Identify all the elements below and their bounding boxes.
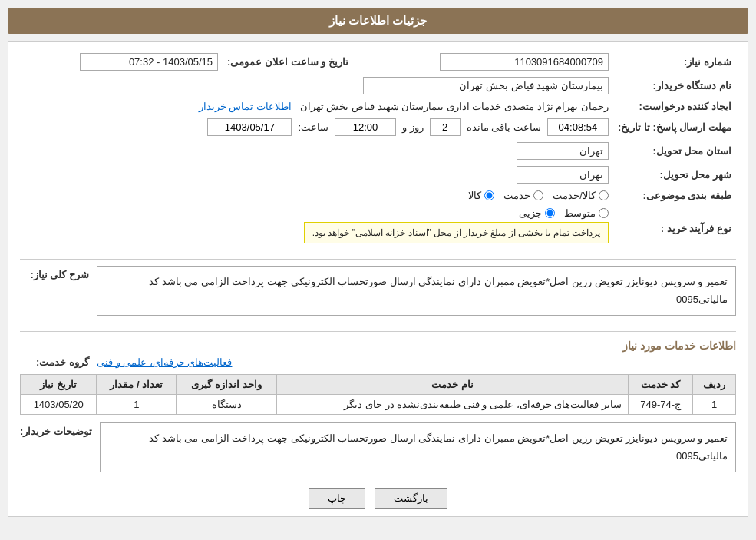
cell-row: 1 [693, 394, 736, 414]
need-number-value: 1103091684000709 [368, 50, 613, 74]
need-number-label: شماره نیاز: [613, 50, 736, 74]
service-group-label: گروه خدمت: [20, 356, 89, 368]
province-input: تهران [517, 142, 609, 160]
divider-1 [20, 259, 736, 260]
category-radio-kala[interactable]: کالا [468, 190, 494, 201]
service-group-link[interactable]: فعالیت‌های حرفه‌ای، علمی و فنی [97, 356, 232, 368]
purchase-type-note: پرداخت تمام یا بخشی از مبلغ خریدار از مح… [304, 222, 609, 243]
cell-code: ج-74-749 [628, 394, 692, 414]
main-card: شماره نیاز: 1103091684000709 تاریخ و ساع… [8, 41, 748, 517]
col-header-code: کد خدمت [628, 374, 692, 394]
buyer-desc-value: تعمیر و سرویس دیونایزر تعویض رزین اصل*تع… [100, 422, 736, 472]
print-button[interactable]: چاپ [309, 488, 365, 509]
creator-label: ایجاد کننده درخواست: [613, 98, 736, 115]
page-title: جزئیات اطلاعات نیاز [329, 14, 427, 27]
category-options: کالا/خدمت خدمت کالا [20, 187, 613, 204]
cell-qty: 1 [97, 394, 177, 414]
category-radio-khadamat[interactable]: خدمت [503, 190, 543, 201]
announce-datetime-input: 1403/05/15 - 07:32 [80, 53, 218, 71]
org-name-input: بیمارستان شهید فیاض بخش تهران [363, 77, 609, 94]
province-value: تهران [20, 139, 613, 163]
services-table: ردیف کد خدمت نام خدمت واحد اندازه گیری ت… [20, 374, 736, 415]
deadline-row: ساعت: روز و ساعت باقی مانده [20, 115, 613, 139]
back-button[interactable]: بازگشت [375, 488, 447, 509]
purchase-type-label: نوع فرآیند خرید : [613, 204, 736, 253]
deadline-time-input[interactable] [335, 118, 396, 136]
col-header-row: ردیف [693, 374, 736, 394]
info-table-top: شماره نیاز: 1103091684000709 تاریخ و ساع… [20, 50, 736, 253]
deadline-remain-label: ساعت باقی مانده [467, 121, 541, 133]
description-value: تعمیر و سرویس دیونایزر تعویض رزین اصل*تع… [97, 266, 736, 316]
category-radio-kala-khadamat[interactable]: کالا/خدمت [553, 190, 609, 201]
cell-date: 1403/05/20 [21, 394, 97, 414]
purchase-type-row: متوسط جزیی پرداخت تمام یا بخشی از مبلغ خ… [20, 204, 613, 253]
contact-link[interactable]: اطلاعات تماس خریدار [199, 101, 292, 112]
province-label: استان محل تحویل: [613, 139, 736, 163]
col-header-date: تاریخ نیاز [21, 374, 97, 394]
city-label: شهر محل تحویل: [613, 163, 736, 187]
announce-datetime-label: تاریخ و ساعت اعلان عمومی: [223, 50, 353, 74]
city-value: تهران [20, 163, 613, 187]
category-label: طبقه بندی موضوعی: [613, 187, 736, 204]
city-input: تهران [517, 166, 609, 184]
deadline-days-input[interactable] [430, 118, 461, 136]
deadline-days-label: روز و [402, 121, 424, 133]
services-section-title: اطلاعات خدمات مورد نیاز [20, 340, 736, 352]
org-name-label: نام دستگاه خریدار: [613, 74, 736, 98]
col-header-qty: تعداد / مقدار [97, 374, 177, 394]
announce-datetime-value: 1403/05/15 - 07:32 [20, 50, 223, 74]
cell-name: سایر فعالیت‌های حرفه‌ای، علمی و فنی طبقه… [277, 394, 629, 414]
divider-2 [20, 331, 736, 332]
creator-value: رحمان بهرام نژاد متصدی خدمات اداری بیمار… [20, 98, 613, 115]
need-number-input: 1103091684000709 [440, 53, 609, 71]
creator-text: رحمان بهرام نژاد متصدی خدمات اداری بیمار… [300, 101, 609, 112]
bottom-buttons: بازگشت چاپ [20, 488, 736, 509]
deadline-label: مهلت ارسال پاسخ: تا تاریخ: [613, 115, 736, 139]
purchase-type-radio-jozi[interactable]: جزیی [519, 207, 555, 219]
buyer-desc-label: توضیحات خریدار: [20, 422, 92, 437]
deadline-date-input[interactable] [207, 118, 292, 136]
col-header-name: نام خدمت [277, 374, 629, 394]
page-container: جزئیات اطلاعات نیاز شماره نیاز: 11030916… [0, 0, 756, 540]
service-group-value[interactable]: فعالیت‌های حرفه‌ای، علمی و فنی [97, 356, 232, 368]
page-header: جزئیات اطلاعات نیاز [8, 8, 748, 34]
cell-unit: دستگاه [177, 394, 277, 414]
col-header-unit: واحد اندازه گیری [177, 374, 277, 394]
table-row: 1 ج-74-749 سایر فعالیت‌های حرفه‌ای، علمی… [21, 394, 736, 414]
purchase-type-radio-motavaset[interactable]: متوسط [564, 207, 609, 219]
deadline-remain-input[interactable] [547, 118, 609, 136]
org-name-value: بیمارستان شهید فیاض بخش تهران [20, 74, 613, 98]
description-label: شرح کلی نیاز: [20, 266, 89, 280]
deadline-time-label: ساعت: [298, 121, 328, 133]
